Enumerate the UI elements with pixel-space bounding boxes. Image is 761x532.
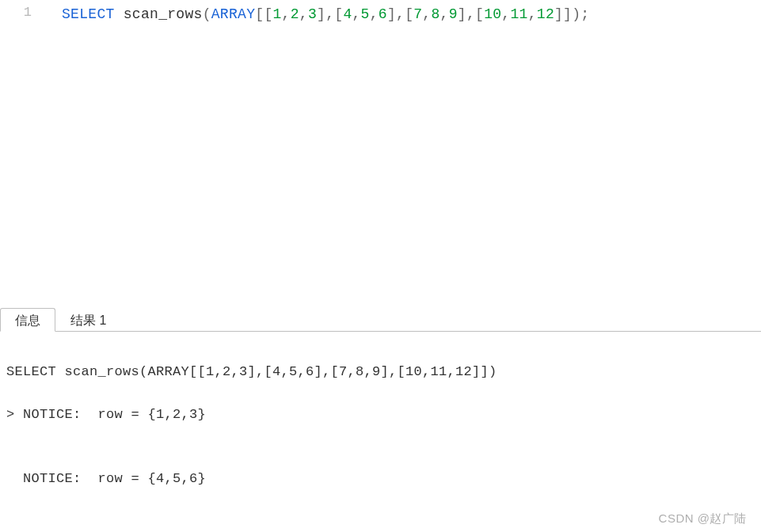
comma: , [466, 6, 475, 22]
output-line: SELECT scan_rows(ARRAY[[1,2,3],[4,5,6],[… [6, 361, 755, 382]
comma: , [396, 6, 405, 22]
keyword-array: ARRAY [211, 6, 256, 22]
comma: , [528, 6, 537, 22]
comma: , [352, 6, 360, 22]
paren-close: ); [572, 6, 589, 22]
number: 9 [449, 6, 458, 22]
output-pane[interactable]: SELECT scan_rows(ARRAY[[1,2,3],[4,5,6],[… [0, 332, 761, 532]
bracket: ]] [554, 6, 572, 22]
bracket: [ [405, 6, 413, 22]
number: 3 [308, 6, 317, 22]
number: 5 [361, 6, 370, 22]
number: 7 [413, 6, 422, 22]
comma: , [422, 6, 431, 22]
comma: , [299, 6, 308, 22]
number: 2 [291, 6, 299, 22]
bracket: [ [334, 6, 343, 22]
sql-code-area[interactable]: SELECT scan_rows(ARRAY[[1,2,3],[4,5,6],[… [46, 0, 761, 305]
bracket: [ [475, 6, 484, 22]
watermark: CSDN @赵广陆 [659, 507, 747, 529]
paren-open: ( [203, 6, 211, 22]
output-line: > NOTICE: row = {1,2,3} [6, 404, 755, 425]
comma: , [501, 6, 510, 22]
number: 10 [484, 6, 501, 22]
number: 8 [431, 6, 439, 22]
comma: , [325, 6, 334, 22]
line-number: 1 [0, 5, 32, 20]
comma: , [370, 6, 379, 22]
number: 12 [537, 6, 554, 22]
bracket: ] [458, 6, 466, 22]
results-tabs-bar: 信息 结果 1 [0, 305, 761, 332]
sql-editor-pane: 1 SELECT scan_rows(ARRAY[[1,2,3],[4,5,6]… [0, 0, 761, 305]
function-name: scan_rows [124, 6, 203, 22]
keyword-select: SELECT [62, 6, 115, 22]
number: 6 [379, 6, 387, 22]
comma: , [282, 6, 291, 22]
tab-info[interactable]: 信息 [0, 308, 55, 332]
bracket: ] [317, 6, 325, 22]
bracket: [[ [255, 6, 272, 22]
bracket: ] [387, 6, 396, 22]
comma: , [440, 6, 449, 22]
number: 11 [510, 6, 527, 22]
output-line: NOTICE: row = {4,5,6} [6, 468, 755, 489]
number: 4 [343, 6, 352, 22]
number: 1 [273, 6, 282, 22]
tab-result-1[interactable]: 结果 1 [55, 308, 121, 332]
line-number-gutter: 1 [0, 0, 46, 305]
